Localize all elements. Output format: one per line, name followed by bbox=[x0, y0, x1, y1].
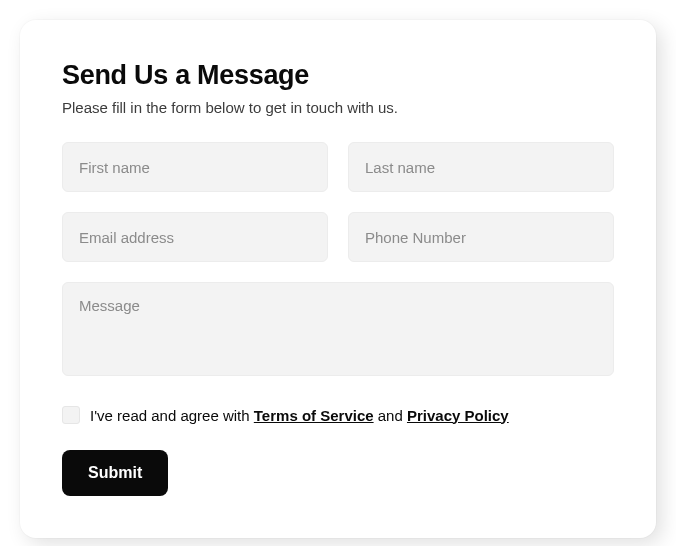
firstname-input[interactable] bbox=[62, 142, 328, 192]
form-subheading: Please fill in the form below to get in … bbox=[62, 99, 614, 116]
consent-middle: and bbox=[374, 407, 407, 424]
privacy-link[interactable]: Privacy Policy bbox=[407, 407, 509, 424]
consent-row: I've read and agree with Terms of Servic… bbox=[62, 406, 614, 424]
consent-prefix: I've read and agree with bbox=[90, 407, 254, 424]
email-input[interactable] bbox=[62, 212, 328, 262]
lastname-input[interactable] bbox=[348, 142, 614, 192]
message-textarea[interactable] bbox=[62, 282, 614, 376]
submit-button[interactable]: Submit bbox=[62, 450, 168, 496]
contact-row bbox=[62, 212, 614, 262]
form-heading: Send Us a Message bbox=[62, 60, 614, 91]
name-row bbox=[62, 142, 614, 192]
contact-form-card: Send Us a Message Please fill in the for… bbox=[20, 20, 656, 538]
consent-text: I've read and agree with Terms of Servic… bbox=[90, 407, 509, 424]
terms-link[interactable]: Terms of Service bbox=[254, 407, 374, 424]
phone-input[interactable] bbox=[348, 212, 614, 262]
consent-checkbox[interactable] bbox=[62, 406, 80, 424]
